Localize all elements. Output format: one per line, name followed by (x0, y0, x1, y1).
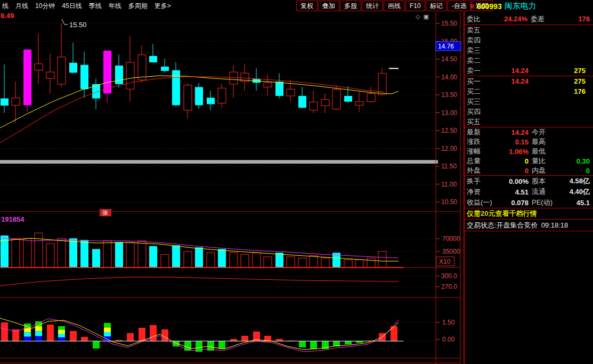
quote-label: 最高 (529, 137, 557, 147)
weicha-value: 176 (550, 15, 590, 23)
candle-up (355, 102, 363, 106)
candle-up (367, 93, 375, 101)
menu-item-1[interactable]: 月线 (15, 2, 28, 11)
volume-bar (310, 256, 318, 268)
candle-up (321, 100, 329, 106)
toolbar-button-3[interactable]: 统计 (362, 1, 383, 11)
fund-value: 45.1 (559, 199, 590, 207)
trading-app-window: 线月线10分钟45日线季线年线多周期更多> 复权叠加多股统计画线F10标记-自选… (0, 0, 593, 364)
stock-code: 000993 (477, 2, 502, 11)
quote-row-4: 外盘0内盘0 (465, 166, 593, 175)
macd-bar-up (276, 339, 283, 341)
fund-label: 流通 (529, 187, 559, 197)
macd-bar-up (139, 328, 145, 341)
toolbar-button-5[interactable]: F10 (405, 1, 425, 11)
topleft-price-readout: 8.49 (1, 12, 14, 20)
menu-item-4[interactable]: 季线 (89, 2, 102, 11)
ask-row-4-label: 卖一 (467, 66, 489, 76)
price-axis-label: 12.50 (441, 127, 457, 134)
macd-bar-up (391, 326, 397, 341)
toolbar-button-1[interactable]: 叠加 (318, 1, 339, 11)
diamond-icon[interactable]: ◇ (416, 13, 420, 20)
volume-bar (367, 258, 375, 268)
fund-label: 股本 (529, 176, 559, 186)
trading-status: 交易状态:开盘集合竞价 (467, 221, 538, 230)
volume-bar (218, 249, 226, 268)
volume-bar (35, 233, 43, 268)
fund-row-1: 净资4.51流通4.40亿 (465, 187, 593, 197)
menu-item-5[interactable]: 年线 (109, 2, 121, 11)
kline-chart[interactable]: 15.5015.0014.5014.0013.5013.0012.5012.00… (0, 12, 462, 364)
toolbar-button-7[interactable]: -自选 (448, 1, 471, 11)
candle-down (195, 87, 203, 105)
macd-bar-up (12, 329, 19, 341)
divider (465, 231, 593, 231)
fund-value: 4.40亿 (559, 187, 590, 197)
price-axis-label: 14.50 (441, 55, 457, 63)
price-axis-label: 12.00 (441, 145, 457, 152)
toolbar-button-0[interactable]: 复权 (296, 1, 318, 11)
macd-axis-label: 0.00 (442, 336, 455, 343)
toolbar-button-4[interactable]: 画线 (384, 1, 405, 11)
order-imbalance-row: 委比 24.24% 委差 176 (465, 13, 593, 25)
status-time: 09:18:18 (541, 221, 568, 229)
candle-up (230, 72, 238, 84)
bid-row-1-label: 买二 (467, 87, 489, 96)
volume-bar (58, 238, 66, 268)
toolbar-button-2[interactable]: 多股 (340, 1, 361, 11)
ask-row-2-label: 卖三 (467, 46, 489, 55)
indicator-axis-label: 270.0 (441, 283, 457, 290)
menu-item-7[interactable]: 更多> (155, 2, 171, 11)
price-axis-label: 11.50 (441, 163, 457, 170)
macd-bar-rainbow (35, 336, 42, 341)
macd-bar-up (127, 333, 134, 341)
candle-down (69, 63, 77, 73)
macd-bar-up (47, 325, 54, 341)
menu-item-6[interactable]: 多周期 (128, 2, 148, 11)
candle-up (264, 83, 272, 87)
toolbar-button-6[interactable]: 标记 (426, 1, 447, 11)
bid-row-1-volume: 176 (529, 87, 586, 95)
ask-row-2: 卖三 (465, 45, 593, 55)
volume-bar (46, 244, 54, 268)
candle-up (35, 64, 43, 70)
macd-bar-down (299, 341, 306, 347)
volume-bar (161, 254, 169, 268)
bid-row-4-label: 买五 (467, 117, 489, 127)
volume-bar (207, 253, 215, 268)
ask-row-0-label: 卖五 (467, 26, 489, 35)
fundamentals: 换手0.00%股本4.58亿净资4.51流通4.40亿收益(一)0.078PE(… (465, 176, 593, 208)
panel-icon[interactable]: ▣ (423, 13, 428, 20)
trading-status-row: 交易状态:开盘集合竞价 09:18:18 (465, 220, 593, 231)
top-toolbar: 线月线10分钟45日线季线年线多周期更多> 复权叠加多股统计画线F10标记-自选… (0, 0, 593, 12)
volume-bar (80, 240, 88, 268)
quote-label: 总量 (467, 156, 489, 166)
rights-flag: R (470, 3, 474, 10)
level2-promo-link[interactable]: 仅需20元查看千档行情 (465, 208, 593, 219)
bid-row-0: 买一14.24275 (465, 76, 593, 86)
price-axis-label: 15.50 (441, 20, 457, 27)
candle-down (298, 96, 306, 108)
volume-bar (253, 253, 261, 268)
volume-bar (287, 257, 295, 268)
candle-up (218, 88, 226, 103)
bid-levels: 买一14.24275买二176买三买四买五 (465, 76, 593, 127)
volume-bar (275, 253, 283, 268)
price-axis-label: 14.00 (441, 74, 457, 81)
quote-value: 1.06% (489, 148, 529, 156)
quote-summary: 最新14.24今开涨跌0.15最高涨幅1.06%最低总量0量比0.30外盘0内盘… (465, 127, 593, 175)
kline-chart-area[interactable]: 15.5015.0014.5014.0013.5013.0012.5012.00… (0, 12, 462, 364)
quote-value: 0.30 (557, 157, 590, 165)
macd-bar-rainbow (35, 326, 42, 331)
macd-bar-down (310, 341, 317, 349)
candle-up (310, 102, 318, 110)
volume-multiplier: X10 (439, 258, 451, 265)
panel-splitter (0, 160, 438, 164)
stock-info: R 000993 闽东电力 (470, 1, 537, 11)
menu-item-0[interactable]: 线 (2, 2, 9, 11)
volume-bar (92, 249, 100, 268)
quote-value: 0 (489, 167, 529, 175)
macd-bar-rainbow (104, 332, 111, 337)
menu-item-2[interactable]: 10分钟 (35, 2, 55, 11)
menu-item-3[interactable]: 45日线 (62, 2, 82, 11)
